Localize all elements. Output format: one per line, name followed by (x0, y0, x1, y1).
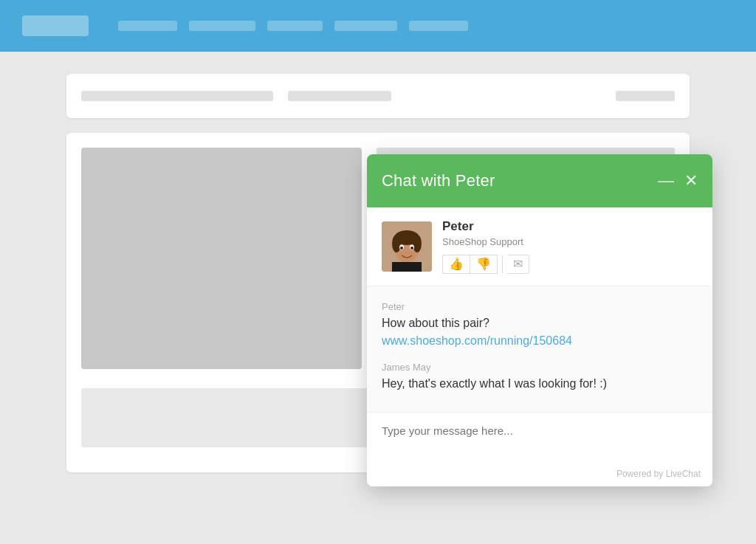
toolbar-search (81, 91, 273, 101)
nav-logo (22, 16, 89, 36)
svg-point-5 (392, 235, 401, 252)
chat-header: Chat with Peter — ✕ (367, 154, 712, 207)
svg-rect-11 (392, 262, 422, 272)
agent-info: Peter ShoeShop Support 👍 👎 ✉ (442, 219, 698, 274)
agent-company: ShoeShop Support (442, 236, 698, 247)
message-text-2: Hey, that's exactly what I was looking f… (382, 375, 698, 393)
nav-link-4[interactable] (334, 21, 397, 31)
agent-actions: 👍 👎 ✉ (442, 255, 698, 274)
nav-link-1[interactable] (118, 21, 177, 31)
chat-input-area[interactable] (367, 412, 712, 464)
toolbar-right (616, 91, 675, 101)
chat-header-actions: — ✕ (658, 173, 698, 189)
agent-name: Peter (442, 219, 698, 234)
product-image (81, 148, 362, 369)
message-sender-1: Peter (382, 301, 698, 312)
svg-point-10 (410, 247, 413, 249)
chat-powered-by: Powered by LiveChat (367, 464, 712, 486)
chat-agent-section: Peter ShoeShop Support 👍 👎 ✉ (367, 207, 712, 286)
chat-messages: Peter How about this pair? www.shoeshop.… (367, 286, 712, 412)
message-body-1: How about this pair? (382, 317, 489, 329)
toolbar-bar (66, 74, 690, 118)
nav-link-2[interactable] (189, 21, 255, 31)
minimize-button[interactable]: — (658, 173, 674, 189)
message-sender-2: James May (382, 362, 698, 373)
nav-links (118, 21, 468, 31)
email-button[interactable]: ✉ (507, 255, 529, 274)
svg-point-9 (400, 247, 403, 249)
message-text-1: How about this pair? www.shoeshop.com/ru… (382, 314, 698, 350)
close-button[interactable]: ✕ (684, 173, 698, 189)
nav-link-3[interactable] (267, 21, 323, 31)
nav-link-5[interactable] (409, 21, 468, 31)
chat-message-input[interactable] (382, 424, 698, 450)
message-link-1[interactable]: www.shoeshop.com/running/150684 (382, 334, 572, 347)
toolbar-mid (288, 91, 391, 101)
thumbs-up-button[interactable]: 👍 (442, 255, 470, 274)
svg-point-6 (413, 235, 422, 252)
nav-bar (0, 0, 756, 52)
thumbs-down-button[interactable]: 👎 (470, 255, 498, 274)
agent-avatar (382, 221, 432, 272)
chat-title: Chat with Peter (382, 171, 495, 190)
action-divider (502, 255, 503, 273)
chat-widget: Chat with Peter — ✕ (367, 154, 712, 486)
